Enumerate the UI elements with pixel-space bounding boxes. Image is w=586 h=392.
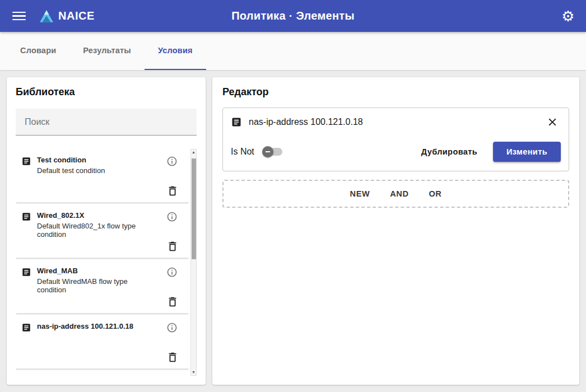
list-item-wired-8021x[interactable]: Wired_802.1X Default Wired802_1x flow ty… (16, 204, 189, 258)
and-button[interactable]: AND (383, 185, 415, 203)
condition-name: Wired_802.1X (37, 211, 164, 220)
brand-name: NAICE (58, 10, 95, 22)
info-icon[interactable] (166, 321, 179, 334)
library-panel: Библиотека Test condition Default test c… (7, 77, 206, 385)
condition-description: Default WiredMAB flow type condition (37, 277, 155, 294)
document-icon (21, 267, 31, 277)
condition-name: Test condition (37, 156, 164, 164)
menu-icon[interactable] (12, 10, 26, 23)
add-condition-dropzone: NEW AND OR (222, 180, 569, 208)
settings-gear-icon[interactable]: ⚙ (559, 7, 577, 25)
info-icon[interactable] (166, 211, 179, 223)
delete-icon[interactable] (166, 240, 180, 253)
info-icon[interactable] (166, 155, 179, 167)
search-input[interactable] (16, 109, 197, 136)
condition-name: Wired_MAB (37, 267, 164, 275)
scroll-down-icon[interactable]: ▼ (192, 370, 196, 375)
main-content: Библиотека Test condition Default test c… (0, 70, 586, 392)
scrollbar[interactable]: ▲ ▼ (190, 149, 197, 376)
naice-logo-icon (39, 9, 54, 24)
condition-description: Default test condition (37, 166, 155, 175)
tab-dictionaries[interactable]: Словари (7, 32, 69, 70)
condition-description: Default Wired802_1x flow type condition (37, 222, 155, 239)
selected-condition-name: nas-ip-address 100.121.0.18 (249, 117, 363, 127)
selected-condition-card: nas-ip-address 100.121.0.18 Is Not Дубли… (222, 108, 569, 171)
tab-results[interactable]: Результаты (69, 32, 145, 70)
is-not-toggle[interactable] (262, 146, 283, 157)
editor-panel: Редактор nas-ip-address 100.121.0.18 Is … (212, 77, 579, 385)
scroll-up-icon[interactable]: ▲ (192, 150, 196, 155)
duplicate-button[interactable]: Дублировать (415, 142, 484, 162)
or-button[interactable]: OR (422, 185, 448, 203)
list-item-nas-ip-address[interactable]: nas-ip-address 100.121.0.18 (16, 315, 189, 369)
list-item-test-condition[interactable]: Test condition Default test condition (16, 149, 189, 203)
edit-button[interactable]: Изменить (493, 142, 561, 162)
document-icon (231, 116, 242, 128)
library-title: Библиотека (16, 86, 197, 98)
document-icon (21, 212, 31, 222)
condition-name: nas-ip-address 100.121.0.18 (37, 322, 164, 330)
list-item-wired-mab[interactable]: Wired_MAB Default WiredMAB flow type con… (16, 260, 189, 314)
app-bar: NAICE Политика · Элементы ⚙ (0, 0, 586, 32)
tab-bar: Словари Результаты Условия (0, 32, 586, 70)
document-icon (21, 156, 31, 166)
new-button[interactable]: NEW (343, 185, 377, 203)
condition-list: Test condition Default test condition Wi… (16, 149, 197, 376)
brand: NAICE (39, 9, 95, 24)
info-icon[interactable] (166, 266, 179, 278)
scrollbar-thumb[interactable] (192, 158, 196, 259)
delete-icon[interactable] (166, 295, 180, 309)
close-icon[interactable] (546, 115, 561, 129)
document-icon (21, 323, 31, 333)
is-not-label: Is Not (231, 147, 254, 157)
tab-conditions[interactable]: Условия (145, 32, 206, 70)
delete-icon[interactable] (166, 184, 180, 198)
toggle-thumb (262, 146, 273, 157)
editor-title: Редактор (222, 86, 569, 98)
delete-icon[interactable] (166, 351, 180, 364)
